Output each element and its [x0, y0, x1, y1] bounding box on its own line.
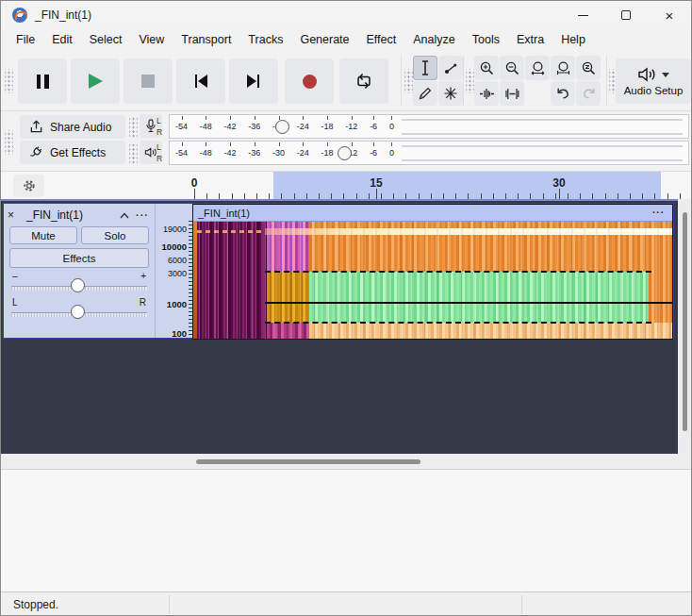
- play-button[interactable]: [71, 58, 120, 104]
- undo-button[interactable]: [551, 81, 575, 106]
- multi-tool-button[interactable]: [438, 81, 463, 106]
- edit-toolbar-grip[interactable]: [466, 69, 474, 93]
- skip-to-end-button[interactable]: [229, 58, 278, 104]
- spectral-selection-center-line[interactable]: [265, 302, 672, 304]
- menu-select[interactable]: Select: [81, 31, 131, 48]
- playback-meter-left-label: L: [157, 142, 162, 152]
- track-name[interactable]: _FIN_int(1): [23, 208, 115, 222]
- gain-slider-thumb[interactable]: [71, 278, 85, 292]
- fit-project-button[interactable]: [551, 56, 575, 80]
- redo-icon: [581, 86, 597, 102]
- mute-button[interactable]: Mute: [9, 226, 77, 244]
- toolbar-divider: [401, 56, 402, 106]
- trim-audio-button[interactable]: [474, 81, 499, 106]
- vertical-scrollbar-thumb[interactable]: [683, 212, 687, 431]
- horizontal-scrollbar-thumb[interactable]: [196, 459, 420, 464]
- scale-label: -42: [224, 122, 237, 131]
- silence-audio-button[interactable]: [500, 81, 524, 106]
- skip-to-start-button[interactable]: [176, 58, 225, 104]
- menu-view[interactable]: View: [130, 31, 173, 48]
- maximize-button[interactable]: [604, 1, 648, 29]
- selection-tool-button[interactable]: [413, 56, 437, 80]
- ruler-minor-ticks: [194, 193, 691, 199]
- record-button[interactable]: [285, 58, 334, 104]
- stop-button[interactable]: [124, 58, 173, 104]
- spectrogram[interactable]: [193, 222, 672, 339]
- pause-icon: [37, 75, 49, 89]
- gain-slider[interactable]: [11, 283, 147, 291]
- window-title: _FIN_int(1): [35, 8, 91, 22]
- playback-volume-slider[interactable]: [338, 146, 352, 160]
- fit-selection-button[interactable]: [525, 56, 550, 80]
- spectral-selection-bottom-bound[interactable]: [265, 322, 651, 324]
- menu-tools[interactable]: Tools: [464, 31, 508, 48]
- clip-menu-icon[interactable]: ···: [652, 208, 665, 218]
- scale-label: -18: [321, 148, 334, 158]
- share-toolbar-grip[interactable]: [5, 130, 13, 155]
- menu-file[interactable]: File: [8, 31, 43, 48]
- toolbar-divider: [463, 56, 464, 106]
- share-audio-button[interactable]: Share Audio: [20, 115, 125, 139]
- freq-label: 10000: [162, 241, 187, 252]
- scale-label: -24: [297, 148, 309, 158]
- playback-meter[interactable]: LR -54 -48 -42 -36 -30 -24 -18 -12 -6 0: [169, 141, 689, 165]
- record-icon: [303, 75, 317, 89]
- menu-generate[interactable]: Generate: [291, 31, 357, 48]
- microphone-icon: [144, 118, 157, 134]
- vertical-scrollbar[interactable]: [678, 199, 692, 454]
- redo-button[interactable]: [576, 81, 601, 106]
- get-effects-button[interactable]: Get Effects: [20, 141, 125, 164]
- pause-button[interactable]: [18, 58, 67, 104]
- audio-clip[interactable]: _FIN_int(1) ···: [192, 204, 673, 340]
- menu-transport[interactable]: Transport: [173, 31, 239, 48]
- chevron-down-icon: [662, 73, 669, 77]
- scale-label: -12: [345, 122, 357, 131]
- menu-effect[interactable]: Effect: [358, 31, 405, 48]
- playback-meter-scale: -54 -48 -42 -36 -30 -24 -18 -12 -6 0: [175, 142, 394, 164]
- menu-tracks[interactable]: Tracks: [239, 31, 291, 48]
- zoom-out-button[interactable]: [500, 56, 524, 80]
- collapse-chevron-icon[interactable]: [115, 208, 134, 222]
- zoom-in-button[interactable]: [474, 56, 499, 80]
- audio-setup-button[interactable]: Audio Setup: [616, 58, 691, 104]
- minimize-button[interactable]: [561, 1, 604, 29]
- draw-tool-button[interactable]: [413, 81, 437, 106]
- spectral-selection-top-bound[interactable]: [265, 271, 651, 273]
- scale-label: 0: [389, 148, 394, 158]
- menu-help[interactable]: Help: [552, 31, 594, 48]
- gain-minus-label: –: [12, 271, 18, 281]
- timeline-ruler[interactable]: 0 15 30: [1, 171, 691, 199]
- skip-to-end-icon: [244, 73, 263, 90]
- pan-slider[interactable]: [11, 309, 147, 317]
- recording-volume-slider[interactable]: [275, 120, 289, 134]
- menu-edit[interactable]: Edit: [43, 31, 81, 48]
- playback-meter-grip[interactable]: [129, 143, 138, 164]
- freq-label: 6000: [168, 256, 187, 265]
- horizontal-scrollbar[interactable]: [1, 454, 691, 469]
- timeline-options-button[interactable]: [13, 175, 44, 197]
- solo-button[interactable]: Solo: [81, 226, 149, 244]
- recording-meter[interactable]: LR -54 -48 -42 -36 -30 -24 -18 -12 -6 0: [169, 114, 689, 139]
- audio-setup-label: Audio Setup: [624, 85, 684, 96]
- track-menu-icon[interactable]: ···: [134, 209, 151, 221]
- loop-button[interactable]: [339, 58, 388, 104]
- record-meter-grip[interactable]: [129, 117, 138, 138]
- scale-label: -24: [297, 122, 309, 131]
- clip-header[interactable]: _FIN_int(1) ···: [193, 205, 672, 222]
- scale-label: -30: [272, 148, 285, 158]
- transport-toolbar-grip[interactable]: [5, 69, 13, 93]
- scale-label: -42: [224, 148, 237, 158]
- menu-analyze[interactable]: Analyze: [404, 31, 463, 48]
- envelope-tool-button[interactable]: [438, 56, 463, 80]
- scale-label: -54: [175, 148, 188, 158]
- silence-audio-icon: [504, 86, 520, 102]
- effects-button[interactable]: Effects: [9, 248, 149, 268]
- menu-extra[interactable]: Extra: [508, 31, 552, 48]
- freq-label: 19000: [163, 225, 187, 234]
- zoom-toggle-button[interactable]: [576, 56, 601, 80]
- track-close-icon[interactable]: ×: [8, 208, 23, 222]
- tools-toolbar-grip[interactable]: [404, 69, 413, 93]
- pan-slider-thumb[interactable]: [71, 305, 85, 319]
- close-button[interactable]: ×: [648, 1, 691, 29]
- track-canvas[interactable]: × _FIN_int(1) ··· Mute Solo Effects – + …: [1, 199, 678, 454]
